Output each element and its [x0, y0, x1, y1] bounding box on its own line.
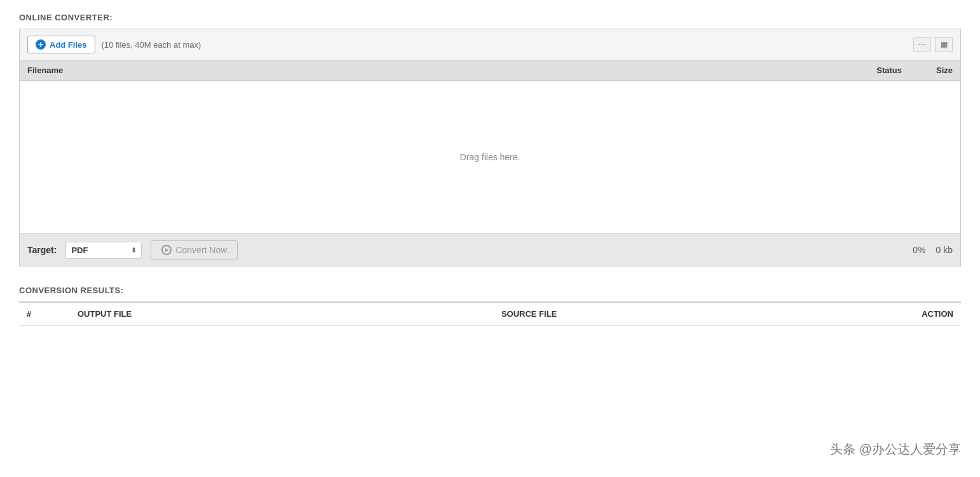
conversion-results-title: CONVERSION RESULTS: — [19, 286, 961, 295]
progress-size: 0 kb — [936, 245, 953, 255]
file-table-header: Filename Status Size — [20, 60, 960, 81]
list-view-button[interactable]: ⋯ — [913, 37, 931, 52]
toolbar-right: ⋯ ▦ — [913, 37, 953, 52]
col-source-header: SOURCE FILE — [494, 302, 871, 326]
col-action-header: ACTION — [871, 302, 961, 326]
results-table-header-row: # OUTPUT FILE SOURCE FILE ACTION — [19, 302, 961, 326]
col-output-header: OUTPUT FILE — [70, 302, 494, 326]
convert-now-button[interactable]: Convert Now — [151, 240, 238, 259]
image-view-icon: ▦ — [941, 40, 948, 49]
list-view-icon: ⋯ — [918, 40, 926, 49]
bottom-bar: Target: PDF DOC DOCX XLS XLSX PPT PPTX J… — [20, 233, 960, 266]
status-header: Status — [826, 66, 902, 75]
converter-box: + Add Files (10 files, 40M each at max) … — [19, 29, 961, 266]
online-converter-title: ONLINE CONVERTER: — [19, 13, 961, 22]
results-table: # OUTPUT FILE SOURCE FILE ACTION — [19, 301, 961, 326]
size-header: Size — [902, 66, 953, 75]
progress-info: 0% 0 kb — [913, 245, 953, 255]
image-view-button[interactable]: ▦ — [935, 37, 953, 52]
toolbar-left: + Add Files (10 files, 40M each at max) — [27, 36, 201, 53]
drop-zone-text: Drag files here. — [460, 152, 521, 162]
convert-btn-label: Convert Now — [175, 245, 227, 255]
progress-percent: 0% — [913, 245, 925, 255]
target-label: Target: — [27, 245, 57, 255]
drop-zone[interactable]: Drag files here. — [20, 81, 960, 233]
format-select-wrapper: PDF DOC DOCX XLS XLSX PPT PPTX JPG PNG M… — [65, 242, 142, 259]
file-limit-text: (10 files, 40M each at max) — [102, 40, 201, 50]
add-files-button[interactable]: + Add Files — [27, 36, 95, 53]
format-select[interactable]: PDF DOC DOCX XLS XLSX PPT PPTX JPG PNG M… — [65, 242, 142, 259]
col-number-header: # — [19, 302, 70, 326]
filename-header: Filename — [27, 66, 826, 75]
toolbar: + Add Files (10 files, 40M each at max) … — [20, 29, 960, 60]
plus-icon: + — [36, 39, 46, 50]
results-section: CONVERSION RESULTS: # OUTPUT FILE SOURCE… — [19, 286, 961, 326]
convert-btn-icon — [161, 245, 172, 255]
add-files-label: Add Files — [50, 40, 87, 50]
